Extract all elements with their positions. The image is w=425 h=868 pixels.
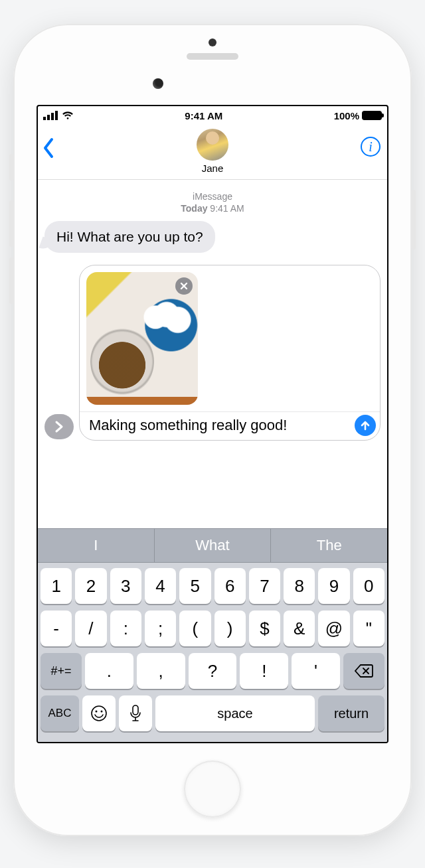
svg-point-0 [92,706,106,721]
key-abc[interactable]: ABC [41,695,79,731]
key-paren-close[interactable]: ) [214,611,246,646]
close-icon [179,281,189,291]
predictive-suggestion-1[interactable]: I [38,529,154,562]
conversation-header: Jane i [38,125,387,180]
keyboard-row-2: - / : ; ( ) $ & @ " [41,611,384,646]
status-time: 9:41 AM [185,110,222,121]
key-period[interactable]: . [85,653,133,689]
battery-percent: 100% [334,110,359,121]
backspace-icon [354,664,374,678]
key-backspace[interactable] [343,653,384,689]
microphone-icon [129,705,141,722]
conversation-body[interactable]: iMessage Today 9:41 AM Hi! What are you … [38,180,387,528]
attachment-area [80,265,380,412]
predictive-suggestion-2[interactable]: What [154,529,271,562]
key-at[interactable]: @ [318,611,349,646]
key-slash[interactable]: / [75,611,106,646]
predictive-bar: I What The [38,528,387,563]
battery-icon [362,111,382,120]
contact-name: Jane [202,163,224,174]
key-space[interactable]: space [155,695,315,731]
keyboard-row-4: ABC space return [41,695,384,731]
info-button[interactable]: i [361,137,381,157]
key-quote[interactable]: " [353,611,384,646]
timestamp-time: 9:41 AM [210,203,244,214]
volume-down-button [9,257,13,304]
speaker-grill [187,53,238,60]
keyboard-row-3: #+= . , ? ! ' [41,653,384,689]
key-colon[interactable]: : [110,611,141,646]
device-frame: 9:41 AM 100% Jane i iMessage Today 9:41 … [13,24,412,836]
remove-attachment-button[interactable] [175,277,193,295]
send-button[interactable] [355,415,376,436]
contact-avatar[interactable] [197,129,228,161]
key-emoji[interactable] [82,695,116,731]
key-exclaim[interactable]: ! [240,653,288,689]
screen: 9:41 AM 100% Jane i iMessage Today 9:41 … [37,105,388,743]
key-5[interactable]: 5 [179,568,211,604]
predictive-suggestion-3[interactable]: The [270,529,387,562]
key-8[interactable]: 8 [284,568,315,604]
key-7[interactable]: 7 [249,568,280,604]
key-dash[interactable]: - [41,611,72,646]
home-button[interactable] [184,760,241,818]
chevron-left-icon [42,137,55,159]
key-dictation[interactable] [119,695,152,731]
key-dollar[interactable]: $ [249,611,280,646]
svg-point-1 [96,711,98,713]
wifi-icon [62,111,74,120]
timestamp-day: Today [181,203,207,214]
status-bar: 9:41 AM 100% [38,106,387,125]
key-semicolon[interactable]: ; [145,611,176,646]
key-6[interactable]: 6 [214,568,246,604]
mute-switch [9,154,13,181]
front-camera [153,78,163,89]
power-button [412,190,416,250]
incoming-message-text: Hi! What are you up to? [56,229,203,244]
compose-field [79,265,381,441]
key-4[interactable]: 4 [145,568,176,604]
volume-up-button [9,200,13,247]
key-apostrophe[interactable]: ' [292,653,340,689]
keyboard-row-1: 1 2 3 4 5 6 7 8 9 0 [41,568,384,604]
timestamp-header: iMessage Today 9:41 AM [44,190,381,214]
key-more-symbols[interactable]: #+= [41,653,82,689]
emoji-icon [90,705,108,722]
key-question[interactable]: ? [189,653,237,689]
svg-rect-3 [133,705,138,715]
key-0[interactable]: 0 [353,568,384,604]
service-label: iMessage [44,190,381,202]
svg-point-2 [101,711,103,713]
key-amp[interactable]: & [284,611,315,646]
expand-compose-button[interactable] [44,414,74,439]
proximity-sensor [209,38,216,46]
message-input[interactable] [89,417,355,434]
back-button[interactable] [42,137,55,162]
key-comma[interactable]: , [137,653,185,689]
key-3[interactable]: 3 [110,568,141,604]
key-1[interactable]: 1 [41,568,72,604]
key-2[interactable]: 2 [75,568,106,604]
key-paren-open[interactable]: ( [179,611,211,646]
key-9[interactable]: 9 [318,568,349,604]
keyboard: 1 2 3 4 5 6 7 8 9 0 - / : ; ( ) $ & @ [38,563,387,742]
key-return[interactable]: return [318,695,384,731]
cellular-signal-icon [43,111,58,120]
arrow-up-icon [359,419,371,431]
attachment-thumbnail[interactable] [86,272,198,405]
incoming-message-bubble[interactable]: Hi! What are you up to? [44,221,215,253]
chevron-right-icon [54,420,64,433]
